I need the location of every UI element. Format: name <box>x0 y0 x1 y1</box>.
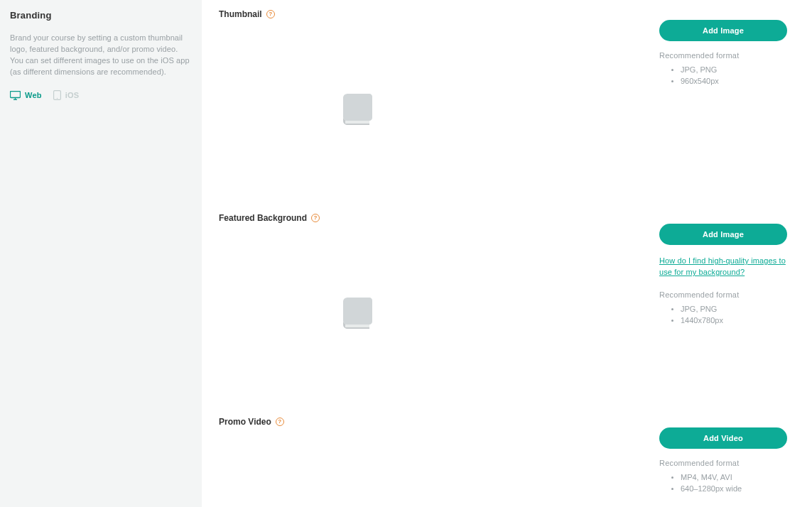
tablet-icon <box>53 90 61 100</box>
high-quality-images-link[interactable]: How do I find high-quality images to use… <box>659 255 787 278</box>
sidebar-title: Branding <box>10 10 192 21</box>
list-item: JPG, PNG <box>681 303 787 315</box>
list-item: 640–1280px wide <box>681 483 787 494</box>
section-thumbnail: Thumbnail ? <box>219 7 798 190</box>
list-item: 1440x780px <box>681 315 787 326</box>
tab-ios-label: iOS <box>65 91 80 99</box>
thumbnail-recommended-list: JPG, PNG 960x540px <box>659 64 787 87</box>
featured-title-row: Featured Background ? <box>219 213 320 223</box>
monitor-icon <box>10 91 21 100</box>
list-item: MP4, M4V, AVI <box>681 471 787 483</box>
platform-tabs: Web iOS <box>10 90 192 100</box>
section-promo-video: Promo Video ? Add Video Recommended form… <box>219 415 798 498</box>
featured-recommended-list: JPG, PNG 1440x780px <box>659 303 787 326</box>
tab-ios[interactable]: iOS <box>53 90 80 100</box>
svg-rect-0 <box>11 91 21 97</box>
svg-rect-6 <box>345 325 369 327</box>
promo-title-row: Promo Video ? <box>219 417 284 427</box>
promo-recommended-list: MP4, M4V, AVI 640–1280px wide <box>659 471 787 494</box>
main-content: Thumbnail ? <box>202 0 812 507</box>
thumbnail-title: Thumbnail <box>219 9 262 19</box>
promo-recommended-title: Recommended format <box>659 459 787 467</box>
help-icon[interactable]: ? <box>266 10 275 18</box>
thumbnail-preview[interactable] <box>219 33 496 190</box>
list-item: 960x540px <box>681 75 787 87</box>
add-video-button[interactable]: Add Video <box>659 427 787 449</box>
list-item: JPG, PNG <box>681 64 787 75</box>
featured-preview[interactable] <box>219 237 496 393</box>
book-placeholder-icon <box>337 92 378 131</box>
svg-point-4 <box>56 98 57 99</box>
sidebar: Branding Brand your course by setting a … <box>0 0 202 507</box>
section-featured-background: Featured Background ? <box>219 211 798 393</box>
help-icon[interactable]: ? <box>311 214 320 222</box>
help-icon[interactable]: ? <box>276 418 284 426</box>
tab-web[interactable]: Web <box>10 91 42 100</box>
featured-recommended-title: Recommended format <box>659 290 787 299</box>
book-placeholder-icon <box>337 296 378 334</box>
featured-title: Featured Background <box>219 213 307 223</box>
tab-web-label: Web <box>25 91 42 99</box>
promo-preview[interactable] <box>219 441 496 498</box>
sidebar-description: Brand your course by setting a custom th… <box>10 32 192 77</box>
thumbnail-title-row: Thumbnail ? <box>219 9 275 19</box>
thumbnail-recommended-title: Recommended format <box>659 51 787 60</box>
promo-title: Promo Video <box>219 417 271 427</box>
add-image-button-featured[interactable]: Add Image <box>659 224 787 245</box>
add-image-button-thumbnail[interactable]: Add Image <box>659 20 787 41</box>
svg-rect-5 <box>345 121 369 124</box>
